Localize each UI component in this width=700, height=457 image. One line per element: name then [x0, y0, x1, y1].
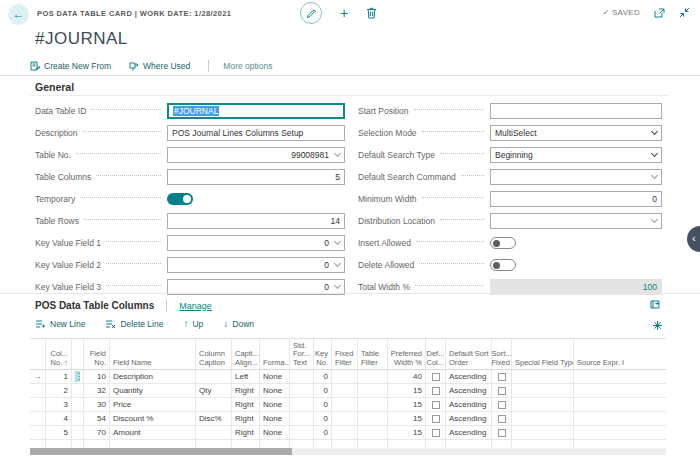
field-input-data-table-id[interactable]: #JOURNAL [167, 103, 345, 119]
chevron-down-icon[interactable] [651, 172, 658, 179]
grid-header-captalign[interactable]: Capti...Align... [232, 339, 260, 369]
chevron-down-icon[interactable] [334, 238, 341, 245]
chevron-down-icon[interactable] [651, 216, 658, 223]
back-button[interactable]: ← [8, 4, 29, 25]
field-input-selection-mode[interactable]: MultiSelect [490, 125, 662, 141]
scrollbar-thumb[interactable] [30, 448, 292, 455]
grid-cell-colno[interactable]: 3 [46, 398, 72, 411]
grid-cell-prefwidth[interactable]: 40 [388, 370, 426, 383]
grid-cell-specialfield[interactable] [512, 370, 574, 383]
checkbox-defcol[interactable] [432, 429, 440, 437]
grid-cell-prefwidth[interactable]: 15 [388, 398, 426, 411]
field-input-table-rows[interactable]: 14 [167, 213, 345, 229]
grid-row[interactable]: 454Discount %Disc%RightNone015Ascending [30, 412, 666, 426]
grid-header-fieldno[interactable]: FieldNo. [84, 339, 110, 369]
where-used-button[interactable]: Where Used [129, 61, 190, 71]
grid-cell-format[interactable]: None [260, 370, 290, 383]
delete-button[interactable] [366, 7, 377, 19]
grid-cell-prefwidth[interactable]: 15 [388, 384, 426, 397]
grid-cell-colno[interactable]: 1 [46, 370, 72, 383]
grid-cell-sortfixed[interactable] [492, 398, 512, 411]
grid-cell-sourceexpr[interactable] [574, 412, 666, 425]
grid-cell-defsort[interactable]: Ascending [446, 384, 492, 397]
grid-cell-rowmark[interactable] [30, 398, 46, 411]
grid-cell-stdfortext[interactable] [290, 370, 314, 383]
field-input-default-search-command[interactable] [490, 169, 662, 185]
grid-header-keyno[interactable]: KeyNo. [314, 339, 332, 369]
grid-cell-tablefilter[interactable] [358, 398, 388, 411]
checkbox-defcol[interactable] [432, 401, 440, 409]
grid-cell-stdfortext[interactable] [290, 412, 314, 425]
grid-cell-specialfield[interactable] [512, 384, 574, 397]
checkbox-sortfixed[interactable] [498, 373, 506, 381]
customize-button[interactable] [652, 320, 663, 331]
grid-cell-fieldname[interactable]: Description [110, 370, 196, 383]
grid-cell-fieldname[interactable]: Amount [110, 426, 196, 439]
grid-cell-stdfortext[interactable] [290, 398, 314, 411]
grid-cell-defcol[interactable] [426, 398, 446, 411]
grid-cell-captalign[interactable]: Right [232, 398, 260, 411]
checkbox-sortfixed[interactable] [498, 429, 506, 437]
chevron-down-icon[interactable] [334, 260, 341, 267]
chevron-down-icon[interactable] [334, 150, 341, 157]
grid-cell-fieldno[interactable]: 54 [84, 412, 110, 425]
grid-cell-captalign[interactable]: Right [232, 412, 260, 425]
grid-cell-fieldname[interactable]: Quantity [110, 384, 196, 397]
create-new-from-button[interactable]: Create New From [30, 61, 111, 71]
grid-cell-prefwidth[interactable]: 15 [388, 426, 426, 439]
grid-cell-colno[interactable]: 2 [46, 384, 72, 397]
grid-cell-dots[interactable]: ⋮ [72, 370, 84, 383]
grid-cell-fieldname[interactable]: Price [110, 398, 196, 411]
toggle-temporary[interactable] [167, 193, 193, 205]
grid-cell-colcaption[interactable] [196, 426, 232, 439]
grid-header-dots[interactable] [72, 339, 84, 369]
edit-button[interactable] [300, 2, 322, 24]
grid-row[interactable]: 330PriceRightNone015Ascending [30, 398, 666, 412]
grid-cell-fieldno[interactable]: 30 [84, 398, 110, 411]
checkbox-sortfixed[interactable] [498, 415, 506, 423]
field-input-start-position[interactable] [490, 103, 662, 119]
general-section-heading[interactable]: General [35, 81, 74, 93]
grid-cell-sortfixed[interactable] [492, 370, 512, 383]
toggle-insert-allowed[interactable] [490, 237, 516, 249]
focus-mode-button[interactable] [650, 299, 661, 309]
grid-cell-keyno[interactable]: 0 [314, 370, 332, 383]
new-button[interactable]: + [340, 5, 348, 21]
grid-cell-colcaption[interactable]: Disc% [196, 412, 232, 425]
delete-line-button[interactable]: Delete Line [105, 319, 163, 329]
grid-cell-keyno[interactable]: 0 [314, 412, 332, 425]
up-button[interactable]: ↑Up [183, 318, 203, 329]
grid-header-rowmark[interactable] [30, 339, 46, 369]
field-input-key-value-field-1[interactable]: 0 [167, 235, 345, 251]
grid-header-prefwidth[interactable]: PreferredWidth % [388, 339, 426, 369]
grid-cell-fixedfilter[interactable] [332, 426, 358, 439]
grid-cell-defcol[interactable] [426, 426, 446, 439]
grid-cell-defsort[interactable]: Ascending [446, 426, 492, 439]
chevron-down-icon[interactable] [651, 128, 658, 135]
collapse-button[interactable] [679, 7, 690, 18]
field-input-table-columns[interactable]: 5 [167, 169, 345, 185]
grid-cell-defsort[interactable]: Ascending [446, 412, 492, 425]
grid-cell-tablefilter[interactable] [358, 426, 388, 439]
grid-header-defcol[interactable]: Def...Col... [426, 339, 446, 369]
checkbox-defcol[interactable] [432, 387, 440, 395]
checkbox-defcol[interactable] [432, 415, 440, 423]
grid-cell-dots[interactable] [72, 384, 84, 397]
grid-cell-colcaption[interactable]: Qty [196, 384, 232, 397]
grid-cell-tablefilter[interactable] [358, 384, 388, 397]
grid-cell-tablefilter[interactable] [358, 412, 388, 425]
grid-cell-keyno[interactable]: 0 [314, 384, 332, 397]
grid-cell-keyno[interactable]: 0 [314, 398, 332, 411]
grid-cell-fieldno[interactable]: 70 [84, 426, 110, 439]
grid-cell-fieldno[interactable]: 10 [84, 370, 110, 383]
grid-row[interactable]: 232QuantityQtyRightNone015Ascending [30, 384, 666, 398]
grid-cell-specialfield[interactable] [512, 398, 574, 411]
open-in-window-button[interactable] [654, 8, 665, 18]
grid-header-colcaption[interactable]: ColumnCaption [196, 339, 232, 369]
field-input-description[interactable]: POS Journal Lines Columns Setup [167, 125, 345, 141]
checkbox-defcol[interactable] [432, 373, 440, 381]
grid-cell-defsort[interactable]: Ascending [446, 398, 492, 411]
grid-cell-colcaption[interactable] [196, 370, 232, 383]
grid-cell-format[interactable]: None [260, 426, 290, 439]
grid-cell-dots[interactable] [72, 412, 84, 425]
